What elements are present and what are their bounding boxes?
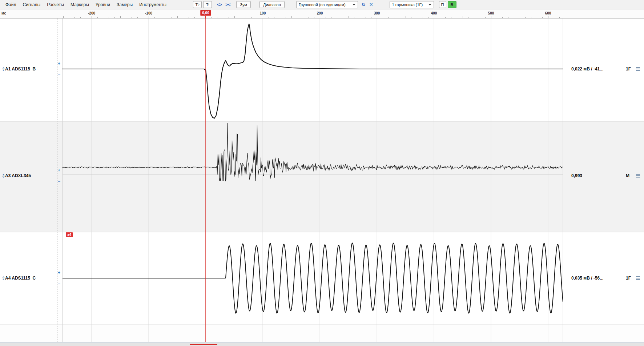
ti-label: T xyxy=(206,3,209,7)
ruler-label: 100 xyxy=(260,11,266,15)
oscilloscope-app: Файл Сигналы Расчеты Маркеры Уровни Заме… xyxy=(0,0,644,346)
menu-toolbar: Файл Сигналы Расчеты Маркеры Уровни Заме… xyxy=(0,0,644,9)
scale-increase-button[interactable]: + xyxy=(58,270,60,275)
ruler-label: -100 xyxy=(145,11,152,15)
menu-signals[interactable]: Сигналы xyxy=(20,2,44,7)
overview-scrollbar[interactable] xyxy=(0,342,644,346)
t0-sub: 0 xyxy=(198,3,199,6)
ruler-label: 600 xyxy=(545,11,551,15)
cursor-line-stub xyxy=(205,16,206,19)
ti-sub: i xyxy=(208,3,209,6)
time-ruler[interactable]: мс -200 -100 100 200 300 400 500 600 0,0… xyxy=(0,9,644,19)
refresh-icon[interactable]: ↻ xyxy=(362,2,366,7)
ruler-label: 300 xyxy=(374,11,380,15)
channel-unit: 1Г xyxy=(626,66,631,72)
scale-decrease-button[interactable]: − xyxy=(58,282,60,286)
menu-measurements[interactable]: Замеры xyxy=(113,2,136,7)
p-toggle-button[interactable]: П xyxy=(439,1,446,8)
scale-increase-button[interactable]: + xyxy=(58,168,60,172)
menu-markers[interactable]: Маркеры xyxy=(67,2,92,7)
channel-value: 0,993 xyxy=(571,173,582,178)
zoom-extents-icon[interactable]: <> xyxy=(217,2,222,7)
t0-label: T xyxy=(195,3,198,7)
menu-tools[interactable]: Инструменты xyxy=(136,2,170,7)
zoom-button[interactable]: Зум xyxy=(236,1,251,8)
ruler-label: 200 xyxy=(317,11,323,15)
channel-unit: М xyxy=(626,173,629,178)
chevron-down-icon xyxy=(353,4,355,5)
channel-value: 0,022 мВ / -41... xyxy=(571,66,603,72)
cursor-position-marker xyxy=(190,344,217,345)
ruler-unit-label: мс xyxy=(1,11,6,15)
menu-levels[interactable]: Уровни xyxy=(92,2,113,7)
scale-decrease-button[interactable]: − xyxy=(58,73,60,77)
cursor-time-badge[interactable]: 0,00 xyxy=(200,10,211,16)
ruler-label: -200 xyxy=(88,11,95,15)
ruler-label: 500 xyxy=(488,11,494,15)
group-mode-dropdown[interactable]: Групповой (по единицам) xyxy=(296,1,358,8)
clear-icon[interactable]: ✕ xyxy=(369,2,373,7)
channel-menu-icon[interactable] xyxy=(636,66,640,72)
ti-marker-button[interactable]: Ti xyxy=(203,1,212,8)
group-mode-value: Групповой (по единицам) xyxy=(299,3,346,7)
harmonic-value: 1 гармоника (1Г) xyxy=(392,3,423,7)
ruler-label: 400 xyxy=(431,11,437,15)
channel-unit: 1Г xyxy=(626,276,631,281)
scale-decrease-button[interactable]: − xyxy=(58,179,60,184)
channel-label: A1 ADS1115_B xyxy=(5,66,36,72)
channel-menu-icon[interactable] xyxy=(636,276,640,281)
v-toggle-button[interactable]: В xyxy=(448,1,456,8)
scale-increase-button[interactable]: + xyxy=(58,61,60,66)
menu-calculations[interactable]: Расчеты xyxy=(44,2,67,7)
channel-label: A4 ADS1115_C xyxy=(5,276,36,281)
range-button[interactable]: Диапазон xyxy=(259,1,285,8)
chevron-down-icon xyxy=(428,4,431,5)
channel-menu-icon[interactable] xyxy=(636,173,640,178)
harmonic-dropdown[interactable]: 1 гармоника (1Г) xyxy=(390,1,434,8)
menu-file[interactable]: Файл xyxy=(2,2,20,7)
channel-label: A3 ADXL345 xyxy=(5,173,31,178)
channel-value: 0,035 мВ / -56... xyxy=(571,276,603,281)
scale-badge: x4 xyxy=(66,232,73,237)
zoom-collapse-icon[interactable]: >< xyxy=(225,2,230,7)
t0-marker-button[interactable]: T0 xyxy=(193,1,202,8)
waveform-plot[interactable] xyxy=(0,19,644,342)
